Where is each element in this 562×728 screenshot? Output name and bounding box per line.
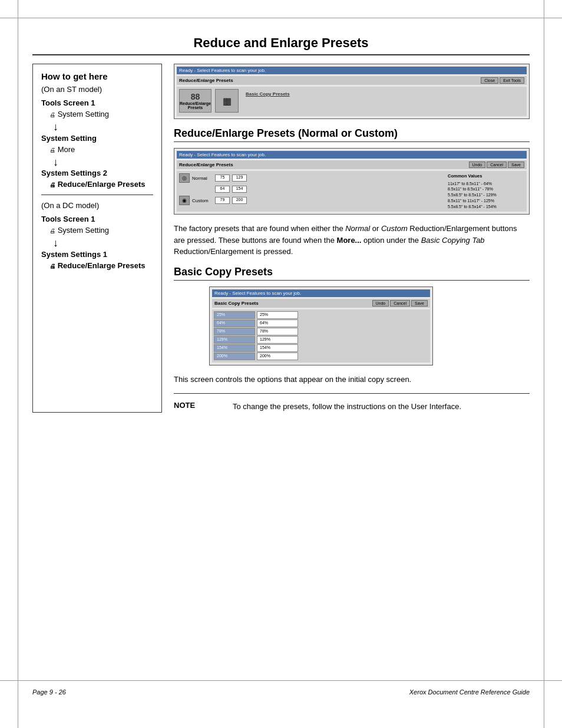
screen2-custom-label: Custom: [192, 198, 213, 203]
sidebar: How to get here (On an ST model) Tools S…: [32, 64, 162, 413]
screen2-common-value-1: 8.5x11" to 8.5x11" - 78%: [448, 186, 524, 192]
screen2-normal-icon: ◎: [179, 173, 190, 183]
screen1-icon2[interactable]: ▦: [215, 89, 239, 113]
sidebar-dc-model: (On a DC model): [41, 201, 153, 210]
note-label: NOTE: [174, 401, 221, 410]
screen3-save-btn[interactable]: Save: [411, 300, 428, 307]
screen2-common-value-4: 5.5x8.5" to 8.5x14" - 154%: [448, 204, 524, 210]
screen2-custom-val2[interactable]: 200: [232, 197, 247, 204]
screen3-cell-left-0: 25%: [214, 311, 255, 319]
screen3-body: 25% 25% 64% 64% 78% 78% 129% 129%: [212, 309, 430, 363]
screen2-cancel-btn[interactable]: Cancel: [487, 162, 507, 168]
normal-italic: Normal: [345, 224, 370, 233]
footer-title: Xerox Document Centre Reference Guide: [409, 689, 530, 696]
screen2-save-btn[interactable]: Save: [508, 162, 524, 168]
screen3-cell-left-1: 64%: [214, 319, 255, 327]
screen2-toolbar: Reduce/Enlarge Presets Undo Cancel Save: [177, 160, 527, 169]
screen1-body: 88 Reduce/Enlarge Presets ▦ Basic Copy P…: [177, 87, 527, 116]
screen3-cancel-btn[interactable]: Cancel: [390, 300, 410, 307]
screen3-toolbar: Basic Copy Presets Undo Cancel Save: [212, 299, 430, 308]
screen2-custom-icon: ◉: [179, 196, 190, 205]
screen2-common-value-3: 8.5x11" to 11x17" - 125%: [448, 198, 524, 204]
footer: Page 9 - 26 Xerox Document Centre Refere…: [32, 689, 530, 696]
screen2-common-value-0: 11x17" to 8.5x11" - 64%: [448, 181, 524, 187]
sidebar-more: 🖨 More: [41, 145, 153, 154]
page-border-left: [18, 0, 18, 728]
screen3-toolbar-label: Basic Copy Presets: [214, 301, 259, 306]
screen3-cell-right-3: 129%: [257, 336, 298, 344]
screen3-row-1: 64% 64%: [214, 319, 428, 327]
screen1-reduce-enlarge-btn[interactable]: 88 Reduce/Enlarge Presets: [179, 89, 211, 113]
screen2-undo-btn[interactable]: Undo: [469, 162, 486, 168]
screen1-top-bar: Ready - Select Features to scan your job…: [177, 67, 527, 74]
tools-icon2: 🖨: [49, 147, 55, 153]
screen2-buttons: Undo Cancel Save: [469, 162, 525, 168]
screen3-cell-left-2: 78%: [214, 328, 255, 335]
screen2-normal-val1[interactable]: 75: [215, 174, 230, 182]
screen2-common-value-2: 5.5x8.5" to 8.5x11" - 129%: [448, 192, 524, 198]
sidebar-system-setting1: 🖨 System Setting: [41, 110, 153, 118]
tools-icon3: 🖨: [49, 182, 55, 188]
sidebar-how-to-get-here: How to get here: [41, 71, 153, 81]
screen1-exit-btn[interactable]: Exit Tools: [500, 77, 524, 84]
sidebar-divider: [41, 195, 153, 195]
screen3-undo-btn[interactable]: Undo: [372, 300, 389, 307]
screen3-cell-right-2: 78%: [257, 328, 298, 335]
screen-mockup-1: Ready - Select Features to scan your job…: [174, 64, 530, 119]
screen-mockup-3: Ready - Select Features to scan your job…: [209, 286, 433, 365]
screen2-normal-val4[interactable]: 154: [232, 186, 247, 193]
screen2-normal-row2: 64 154: [179, 185, 444, 194]
main-content: Ready - Select Features to scan your job…: [174, 64, 530, 413]
screen2-toolbar-label: Reduce/Enlarge Presets: [179, 162, 233, 167]
sidebar-reduce-enlarge-dc: 🖨 Reduce/Enlarge Presets: [41, 261, 153, 270]
screen2-common-values-title: Common Values: [448, 173, 524, 180]
basic-copy-italic: Basic Copying Tab: [421, 236, 485, 245]
tools-icon: 🖨: [49, 111, 55, 118]
screen3-cell-right-5: 200%: [257, 353, 298, 360]
sidebar-arrow3: ↓: [53, 237, 153, 250]
sidebar-system-setting2: System Setting: [41, 134, 153, 143]
screen3-row-0: 25% 25%: [214, 311, 428, 319]
custom-italic: Custom: [381, 224, 408, 233]
sidebar-st-model: (On an ST model): [41, 85, 153, 94]
tools-icon5: 🖨: [49, 263, 55, 269]
sidebar-dc-tools-screen1: Tools Screen 1: [41, 215, 153, 223]
screen2-normal-val3[interactable]: 64: [215, 186, 230, 193]
body-text-1: The factory presets that are found when …: [174, 223, 530, 258]
tools-icon4: 🖨: [49, 228, 55, 234]
sidebar-arrow1: ↓: [53, 121, 153, 134]
sidebar-arrow2: ↓: [53, 156, 153, 169]
page-title: Reduce and Enlarge Presets: [32, 35, 530, 55]
page-border-top: [0, 18, 562, 18]
note-text: To change the presets, follow the instru…: [233, 401, 461, 413]
screen2-custom-val1[interactable]: 79: [215, 197, 230, 204]
screen1-icon-label: Reduce/Enlarge Presets: [180, 101, 211, 110]
more-bold: More...: [337, 236, 362, 245]
screen-mockup-2: Ready - Select Features to scan your job…: [174, 148, 530, 215]
screen1-basic-copy-link[interactable]: Basic Copy Presets: [246, 91, 290, 97]
body-text-2: This screen controls the options that ap…: [174, 374, 530, 386]
screen1-buttons: Close Exit Tools: [481, 77, 524, 84]
note-section: NOTE To change the presets, follow the i…: [174, 393, 530, 413]
screen2-right: Common Values 11x17" to 8.5x11" - 64% 8.…: [448, 173, 524, 209]
sidebar-reduce-enlarge-st: 🖨 Reduce/Enlarge Presets: [41, 180, 153, 189]
screen3-row-3: 129% 129%: [214, 336, 428, 344]
screen1-link-area: Basic Copy Presets: [246, 89, 290, 97]
screen1-close-btn[interactable]: Close: [481, 77, 498, 84]
screen2-normal-row: ◎ Normal 75 129: [179, 173, 444, 183]
screen1-icon-symbol: 88: [191, 92, 200, 101]
screen3-top-bar: Ready - Select Features to scan your job…: [212, 289, 430, 297]
screen1-toolbar-label: Reduce/Enlarge Presets: [179, 78, 233, 83]
screen3-cell-left-3: 129%: [214, 336, 255, 344]
page-border-right: [544, 0, 544, 728]
sidebar-dc-system-settings1: System Settings 1: [41, 250, 153, 259]
screen2-body: ◎ Normal 75 129 64 154: [177, 171, 527, 212]
screen2-normal-val2[interactable]: 129: [232, 174, 247, 182]
screen3-row-5: 200% 200%: [214, 353, 428, 360]
screen1-icon2-symbol: ▦: [223, 95, 232, 107]
page-border-bottom: [0, 680, 562, 681]
screen1-toolbar: Reduce/Enlarge Presets Close Exit Tools: [177, 76, 527, 85]
screen2-top-bar: Ready - Select Features to scan your job…: [177, 151, 527, 159]
two-column-layout: How to get here (On an ST model) Tools S…: [32, 64, 530, 413]
screen2-left: ◎ Normal 75 129 64 154: [179, 173, 444, 209]
